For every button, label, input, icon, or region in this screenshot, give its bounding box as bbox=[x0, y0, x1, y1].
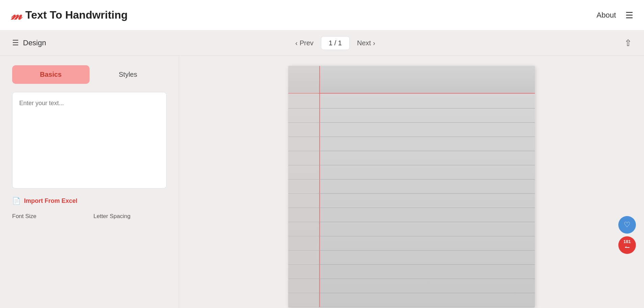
tab-styles[interactable]: Styles bbox=[90, 65, 167, 84]
nav-right: About ☰ bbox=[597, 11, 634, 20]
page-indicator: 1 / 1 bbox=[321, 36, 350, 50]
letter-spacing-group: Letter Spacing bbox=[94, 213, 167, 222]
ruled-line bbox=[288, 279, 535, 293]
ruled-line bbox=[288, 137, 535, 151]
floating-share-button[interactable]: 181 ↼ bbox=[618, 236, 636, 254]
design-label: Design bbox=[23, 39, 46, 47]
share-count: 181 bbox=[623, 239, 631, 244]
tab-row: Basics Styles bbox=[12, 65, 167, 84]
ruled-line bbox=[288, 165, 535, 180]
paper-preview bbox=[288, 66, 535, 307]
hamburger-icon[interactable]: ☰ bbox=[625, 11, 633, 20]
settings-row: Font Size Letter Spacing bbox=[12, 213, 167, 222]
font-size-label: Font Size bbox=[12, 213, 85, 220]
ruled-line bbox=[288, 236, 535, 251]
import-excel-button[interactable]: 📄 Import From Excel bbox=[12, 197, 167, 205]
content-row: Basics Styles 📄 Import From Excel Font S… bbox=[0, 56, 644, 308]
ruled-line bbox=[288, 194, 535, 208]
ruled-lines bbox=[288, 94, 535, 307]
paper-top-margin bbox=[288, 66, 535, 94]
ruled-line bbox=[288, 251, 535, 265]
ruled-line bbox=[288, 94, 535, 109]
font-size-group: Font Size bbox=[12, 213, 85, 222]
floating-heart-button[interactable]: ♡ bbox=[618, 216, 636, 234]
ruled-line bbox=[288, 293, 535, 307]
app-title: Text To Handwriting bbox=[25, 9, 128, 21]
chevron-left-icon: ‹ bbox=[295, 39, 298, 47]
next-label: Next bbox=[357, 39, 371, 47]
toolbar: ☰ Design ‹ Prev 1 / 1 Next › ⇧ bbox=[0, 30, 644, 56]
tab-basics[interactable]: Basics bbox=[12, 65, 90, 84]
ruled-line bbox=[288, 109, 535, 123]
excel-icon: 📄 bbox=[12, 197, 21, 205]
ruled-line bbox=[288, 222, 535, 236]
share-icon: ↼ bbox=[625, 244, 630, 251]
import-label: Import From Excel bbox=[24, 197, 77, 205]
ruled-line bbox=[288, 151, 535, 165]
design-list-icon: ☰ bbox=[12, 39, 19, 47]
download-icon: ⇧ bbox=[624, 38, 632, 48]
heart-icon: ♡ bbox=[624, 220, 630, 229]
nav-left: 𝓂 Text To Handwriting bbox=[11, 9, 128, 22]
chevron-right-icon: › bbox=[373, 39, 375, 47]
text-area-wrapper bbox=[12, 92, 167, 189]
text-input[interactable] bbox=[13, 92, 166, 187]
prev-button[interactable]: ‹ Prev bbox=[291, 37, 318, 50]
prev-label: Prev bbox=[300, 39, 314, 47]
logo-icon: 𝓂 bbox=[11, 9, 21, 22]
ruled-line bbox=[288, 123, 535, 137]
left-panel: Basics Styles 📄 Import From Excel Font S… bbox=[0, 56, 179, 308]
top-nav: 𝓂 Text To Handwriting About ☰ bbox=[0, 0, 644, 30]
next-button[interactable]: Next › bbox=[352, 37, 380, 50]
letter-spacing-label: Letter Spacing bbox=[94, 213, 167, 220]
right-panel bbox=[179, 56, 644, 308]
download-button[interactable]: ⇧ bbox=[624, 38, 632, 48]
main-area: ☰ Design ‹ Prev 1 / 1 Next › ⇧ Basics St… bbox=[0, 30, 644, 308]
ruled-line bbox=[288, 180, 535, 194]
ruled-line bbox=[288, 208, 535, 222]
ruled-line bbox=[288, 265, 535, 279]
toolbar-left: ☰ Design bbox=[12, 39, 46, 47]
toolbar-center: ‹ Prev 1 / 1 Next › bbox=[291, 36, 380, 50]
about-link[interactable]: About bbox=[597, 11, 616, 20]
